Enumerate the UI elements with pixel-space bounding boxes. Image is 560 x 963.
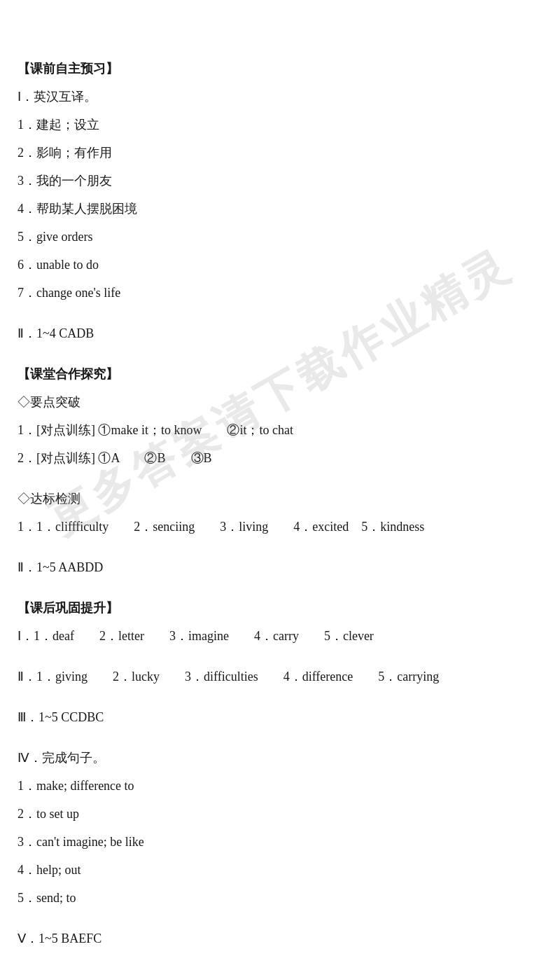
item-4: 4．帮助某人摆脱困境 [18,196,542,221]
post-s4-item-3: 3．can't imagine; be like [18,829,542,854]
item-1: 1．建起；设立 [18,112,542,137]
item-5: 5．give orders [18,224,542,249]
post-section1: Ⅰ．1．deaf 2．letter 3．imagine 4．carry 5．cl… [18,623,542,649]
post-class-header: 【课后巩固提升】 [18,595,542,621]
item-2: 2．影响；有作用 [18,140,542,165]
target-line1: 1．1．cliffficulty 2．senciing 3．living 4．e… [18,514,542,539]
post-s4-item-5: 5．send; to [18,885,542,910]
target-check: ◇达标检测 [18,486,542,511]
page-content: 【课前自主预习】 Ⅰ．英汉互译。 1．建起；设立 2．影响；有作用 3．我的一个… [0,0,560,963]
item-3: 3．我的一个朋友 [18,168,542,193]
target-line2: Ⅱ．1~5 AABDD [18,555,542,580]
key-item-1: 1．[对点训练] ①make it；to know ②it；to chat [18,417,542,443]
post-section3: Ⅲ．1~5 CCDBC [18,705,542,730]
classroom-header: 【课堂合作探究】 [18,361,542,387]
item-7: 7．change one's life [18,280,542,305]
item-6: 6．unable to do [18,252,542,277]
post-section2: Ⅱ．1．giving 2．lucky 3．difficulties 4．diff… [18,664,542,689]
post-section4-header: Ⅳ．完成句子。 [18,745,542,770]
post-s4-item-4: 4．help; out [18,857,542,882]
post-section5: Ⅴ．1~5 BAEFC [18,926,542,951]
key-item-2: 2．[对点训练] ①A ②B ③B [18,445,542,471]
section2: Ⅱ．1~4 CADB [18,321,542,346]
key-points: ◇要点突破 [18,389,542,415]
pre-class-header: 【课前自主预习】 [18,56,542,81]
post-s4-item-1: 1．make; difference to [18,773,542,798]
post-s4-item-2: 2．to set up [18,801,542,826]
section1-title: Ⅰ．英汉互译。 [18,84,542,109]
